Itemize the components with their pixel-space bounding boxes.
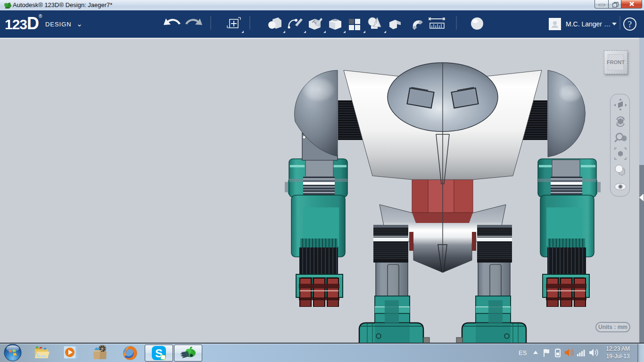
svg-text:?: ?	[628, 20, 632, 29]
svg-text:M.C. Langer …: M.C. Langer …	[566, 20, 611, 28]
svg-text:ES: ES	[519, 349, 527, 356]
